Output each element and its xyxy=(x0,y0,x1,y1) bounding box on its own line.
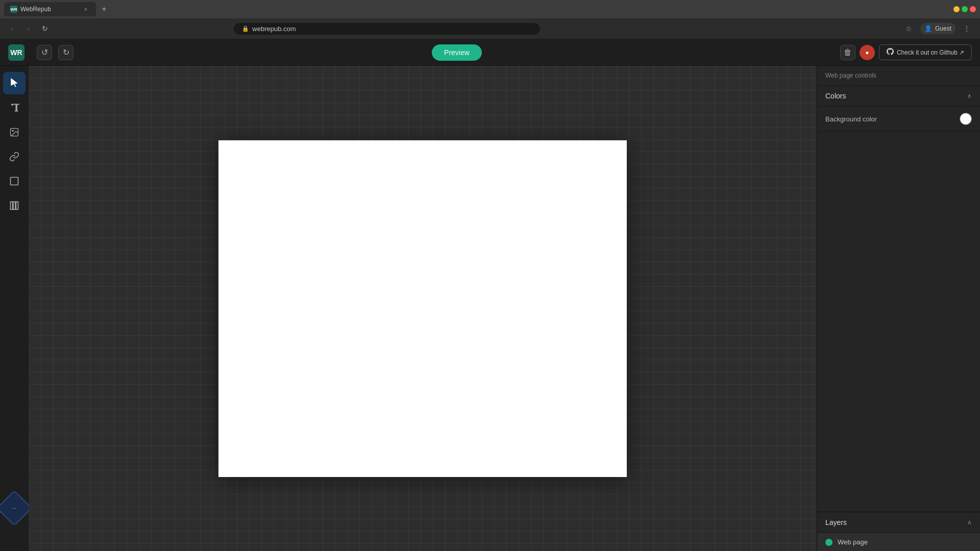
tool-cursor[interactable] xyxy=(3,72,26,94)
web-page-controls-label: Web page controls xyxy=(825,72,876,79)
tool-image[interactable] xyxy=(3,121,26,143)
settings-circle-icon: ● xyxy=(865,49,869,56)
profile-icon: 👤 xyxy=(924,25,932,32)
browser-titlebar: WR WebRepub × + xyxy=(0,0,980,18)
tool-text[interactable] xyxy=(3,96,26,119)
lock-icon: 🔒 xyxy=(242,26,249,32)
tool-rect[interactable] xyxy=(3,170,26,192)
layers-title: Layers xyxy=(825,518,847,527)
image-icon xyxy=(9,127,19,137)
web-page-controls-section: Web page controls xyxy=(817,66,980,86)
floating-tool-button[interactable]: ⋯ xyxy=(0,490,32,527)
github-icon xyxy=(887,48,894,57)
browser-addressbar: ‹ › ↻ 🔒 webrepub.com ☆ 👤 Guest ⋮ xyxy=(0,18,980,39)
browser-chrome: WR WebRepub × + ‹ › ↻ 🔒 webrepub.com ☆ 👤… xyxy=(0,0,980,39)
profile-button[interactable]: 👤 Guest xyxy=(920,23,955,34)
tool-grid[interactable] xyxy=(3,194,26,217)
colors-collapse-button[interactable]: ∧ xyxy=(967,92,972,99)
window-minimize-button[interactable] xyxy=(953,6,960,12)
settings-button[interactable]: ● xyxy=(860,45,875,60)
browser-right-controls: ☆ 👤 Guest ⋮ xyxy=(902,21,974,36)
address-bar[interactable]: 🔒 webrepub.com xyxy=(234,23,540,35)
svg-rect-2 xyxy=(10,178,18,185)
link-icon xyxy=(9,152,19,162)
grid-icon xyxy=(9,201,19,211)
browser-menu-button[interactable]: ⋮ xyxy=(960,21,974,36)
window-maximize-button[interactable] xyxy=(962,6,968,12)
browser-tabs: WR WebRepub × + xyxy=(4,2,111,16)
bookmarks-button[interactable]: ☆ xyxy=(902,21,916,36)
cursor-icon xyxy=(9,78,19,88)
trash-icon: 🗑 xyxy=(844,48,852,57)
browser-tab-active[interactable]: WR WebRepub × xyxy=(4,2,96,16)
layers-header: Layers ∧ xyxy=(817,512,980,533)
layer-item-webpage[interactable]: Web page xyxy=(817,533,980,551)
toolbar-right: 🗑 ● Check it out on Github ↗ xyxy=(840,44,972,60)
colors-title: Colors xyxy=(825,92,846,100)
colors-header: Colors ∧ xyxy=(817,86,980,107)
new-tab-button[interactable]: + xyxy=(97,2,111,16)
redo-button[interactable]: ↻ xyxy=(58,45,74,60)
left-toolbar: ⋯ xyxy=(0,66,29,551)
svg-rect-4 xyxy=(13,202,15,210)
nav-refresh-button[interactable]: ↻ xyxy=(39,22,51,35)
layer-name: Web page xyxy=(838,538,868,546)
undo-button[interactable]: ↺ xyxy=(37,45,52,60)
svg-rect-5 xyxy=(16,202,18,210)
layer-visibility-icon xyxy=(825,539,832,546)
svg-rect-3 xyxy=(10,202,12,210)
toolbar-center: Preview xyxy=(80,44,834,61)
text-icon xyxy=(9,103,19,113)
app-toolbar: WR ↺ ↻ Preview 🗑 ● Check it out on Githu… xyxy=(0,39,980,66)
svg-point-1 xyxy=(12,130,13,132)
nav-back-button[interactable]: ‹ xyxy=(6,22,18,35)
browser-window-controls xyxy=(953,6,976,12)
rect-icon xyxy=(9,176,19,186)
right-panel: Web page controls Colors ∧ Background co… xyxy=(817,66,980,551)
background-color-row: Background color xyxy=(817,107,980,132)
layers-collapse-button[interactable]: ∧ xyxy=(967,519,972,526)
colors-section: Colors ∧ Background color xyxy=(817,86,980,132)
main-content: ⋯ Web page controls Colors ∧ Backgrou xyxy=(0,66,980,551)
tool-link[interactable] xyxy=(3,145,26,168)
canvas-area[interactable] xyxy=(29,66,817,551)
layers-section: Layers ∧ Web page xyxy=(817,512,980,551)
delete-button[interactable]: 🗑 xyxy=(840,45,855,60)
github-label: Check it out on Github ↗ xyxy=(897,49,964,56)
background-color-swatch[interactable] xyxy=(960,113,972,125)
logo-icon: WR xyxy=(8,44,24,61)
app-logo: WR xyxy=(8,44,24,61)
canvas-page xyxy=(218,140,627,477)
tab-favicon: WR xyxy=(10,6,17,13)
address-bar-text: webrepub.com xyxy=(252,25,296,33)
window-close-button[interactable] xyxy=(970,6,976,12)
profile-label: Guest xyxy=(935,25,951,32)
background-color-label: Background color xyxy=(825,115,877,123)
preview-button[interactable]: Preview xyxy=(432,44,482,61)
tab-title: WebRepub xyxy=(20,6,79,13)
panel-spacer xyxy=(817,132,980,512)
nav-forward-button[interactable]: › xyxy=(22,22,35,35)
tab-close-button[interactable]: × xyxy=(82,5,90,13)
github-button[interactable]: Check it out on Github ↗ xyxy=(879,44,972,60)
app-container: WR ↺ ↻ Preview 🗑 ● Check it out on Githu… xyxy=(0,39,980,551)
floating-tool-icon: ⋯ xyxy=(12,506,16,511)
